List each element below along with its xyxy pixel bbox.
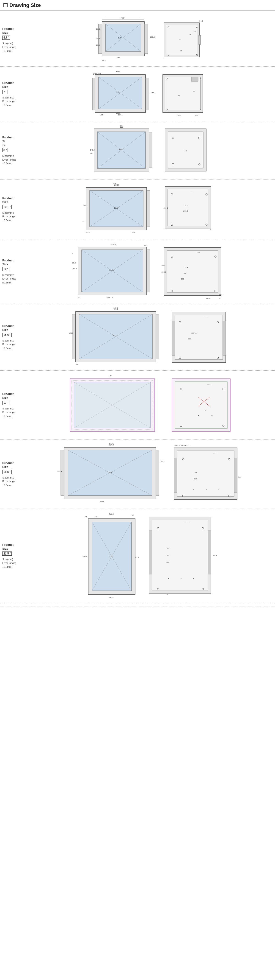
- svg-point-160: [205, 410, 205, 411]
- svg-text:75: 75: [193, 90, 195, 92]
- svg-text:35: 35: [180, 50, 182, 52]
- product-spec-8: Size(mm):Error range:±0.5mm: [2, 154, 26, 165]
- svg-text:· · · · · ·: · · · · · ·: [207, 384, 212, 385]
- diagram-15-6-back: · · · · · · 200 100*100: [168, 307, 232, 367]
- diagrams-21-5: 359.6 508.1 15 38.9 21.5" 273.2 62.4 12: [27, 512, 273, 600]
- svg-text:· · · · · ·: · · · · · ·: [185, 522, 189, 524]
- product-spec-18-5: Size(mm):Error range:±0.5mm: [2, 476, 26, 487]
- svg-text:6.8: 6.8: [238, 476, 241, 478]
- svg-rect-137: [172, 321, 175, 355]
- svg-text:409.8: 409.8: [109, 443, 114, 444]
- product-info-8: ProductSize 8 " Size(mm):Error range:±0.…: [2, 136, 27, 165]
- diagrams-10-1: 284.9 218 R3*4 185.3 5.5 10.8 10.1" · · …: [27, 183, 273, 236]
- svg-rect-135: [175, 315, 223, 360]
- product-label-12: ProductSize: [2, 259, 26, 266]
- section-17: ProductSize 17 " Size(mm):Error range:±0…: [0, 371, 275, 440]
- svg-rect-57: [149, 132, 152, 168]
- diagrams-15-6: 435.8 352.9 124.5 40 15.6" · · · ·: [27, 307, 273, 367]
- product-label-18-5: ProductSize: [2, 461, 26, 469]
- svg-text:315.3: 315.3: [183, 266, 188, 269]
- svg-text:268.9: 268.9: [183, 210, 188, 212]
- svg-text:75: 75: [178, 95, 180, 97]
- svg-text:124.5: 124.5: [69, 332, 74, 334]
- svg-point-189: [206, 488, 207, 490]
- svg-rect-5: [144, 24, 148, 54]
- svg-text:10.6: 10.6: [219, 294, 223, 296]
- diagram-15-6-front: 435.8 352.9 124.5 40 15.6": [68, 307, 164, 367]
- svg-text:10.6: 10.6: [72, 262, 76, 264]
- svg-rect-178: [174, 458, 177, 493]
- svg-text:R6*4: R6*4: [206, 298, 210, 299]
- svg-text:21.9: 21.9: [96, 44, 100, 46]
- svg-point-188: [193, 488, 194, 490]
- size-badge-10-1: 10.1 ": [2, 205, 12, 209]
- svg-rect-43: [165, 77, 201, 110]
- svg-text:83*4: 83*4: [116, 70, 120, 73]
- section-15-6: ProductSize 15.6 " Size(mm):Error range:…: [0, 304, 275, 371]
- svg-text:250: 250: [194, 478, 197, 480]
- diagram-21-5-front: 359.6 508.1 15 38.9 21.5" 273.2 62.4 12: [81, 512, 141, 600]
- svg-rect-75: [147, 191, 150, 227]
- svg-text:21.9: 21.9: [102, 59, 106, 62]
- svg-text:7.0": 7.0": [116, 91, 119, 94]
- product-label-21-5: ProductSize: [2, 543, 26, 551]
- size-badge-7: 7 ": [2, 90, 8, 94]
- svg-text:38.9: 38.9: [94, 516, 98, 518]
- diagrams-8: 202 162 141.6 180 360/8" 75: [27, 125, 273, 176]
- svg-text:15.5: 15.5: [96, 37, 100, 39]
- svg-text:1.8: 1.8: [209, 228, 211, 231]
- diagram-18-5-front: 464.8 409.8 335.4 494.8 18.5" 4mm: [56, 443, 166, 505]
- svg-rect-109: [167, 250, 218, 293]
- section-5-7: ProductSize 5.7 " Size(mm):Error range:±…: [0, 14, 275, 67]
- section-18-5: ProductSize 18.5 " Size(mm):Error range:…: [0, 440, 275, 509]
- svg-text:12: 12: [132, 514, 134, 516]
- product-label-7: ProductSize: [2, 81, 26, 89]
- section-10-1: ProductSize 10.1 " Size(mm):Error range:…: [0, 180, 275, 239]
- svg-text:10.8: 10.8: [132, 231, 136, 234]
- svg-text:180: 180: [90, 153, 93, 154]
- product-info-7: ProductSize 7 " Size(mm):Error range:±0.…: [2, 81, 27, 107]
- diagram-7-back: 75 75 139.8 165.7: [159, 70, 210, 118]
- svg-text:21.8: 21.8: [96, 28, 100, 30]
- svg-rect-179: [234, 458, 237, 493]
- svg-text:· · · · · ·: · · · · · ·: [204, 316, 209, 318]
- svg-text:120: 120: [193, 30, 196, 32]
- svg-text:165.7: 165.7: [195, 114, 200, 116]
- diagram-10-1-back: · · · · · 179.6 268.9 181.5 1.8: [161, 183, 219, 236]
- section-7: ProductSize 7 " Size(mm):Error range:±0.…: [0, 67, 275, 122]
- size-badge-21-5: 21.5 ": [2, 552, 12, 556]
- svg-rect-170: [61, 450, 64, 495]
- svg-rect-48: [191, 77, 198, 81]
- svg-text:R3*4: R3*4: [86, 231, 90, 234]
- section-12: ProductSize 12 " Size(mm):Error range:±0…: [0, 239, 275, 304]
- svg-text:5.5: 5.5: [82, 220, 85, 223]
- diagram-17-front: 17": [63, 374, 164, 436]
- svg-text:100: 100: [166, 554, 169, 556]
- svg-text:155.1: 155.1: [116, 112, 120, 114]
- svg-rect-207: [208, 531, 211, 574]
- svg-text:4mm: 4mm: [160, 460, 164, 462]
- svg-text:100: 100: [166, 547, 169, 549]
- product-info-21-5: ProductSize 21.5 " Size(mm):Error range:…: [2, 543, 27, 569]
- svg-text:181.5: 181.5: [163, 207, 168, 209]
- svg-text:17": 17": [108, 375, 111, 377]
- svg-text:180: 180: [166, 561, 169, 563]
- svg-text:218: 218: [113, 183, 116, 185]
- product-info-5-7: ProductSize 5.7 " Size(mm):Error range:±…: [2, 27, 27, 53]
- svg-text:RS*4: RS*4: [116, 57, 120, 59]
- diagram-5-7-front: 162 118.2 21.8 15.5 21.9 5.7" RS*4 21.9 …: [95, 17, 155, 63]
- svg-text:75: 75: [179, 38, 181, 40]
- svg-text:Light Name: Light Name: [92, 73, 101, 75]
- svg-point-162: [212, 415, 212, 416]
- svg-text:37 65 65 65 65 65 37: 37 65 65 65 65 65 37: [174, 445, 189, 446]
- svg-text:· · · · ·: · · · · ·: [189, 190, 193, 192]
- svg-rect-176: [177, 451, 234, 496]
- page-header: Drawing Size: [0, 0, 275, 11]
- svg-text:370.4: 370.4: [213, 555, 217, 556]
- product-spec-21-5: Size(mm):Error range:±0.5mm: [2, 557, 26, 569]
- svg-text:10.1": 10.1": [114, 207, 119, 209]
- svg-rect-34: [145, 78, 148, 110]
- product-label-15-6: ProductSize: [2, 324, 26, 332]
- diagrams-5-7: 162 118.2 21.8 15.5 21.9 5.7" RS*4 21.9 …: [27, 17, 273, 63]
- svg-point-161: [198, 415, 199, 416]
